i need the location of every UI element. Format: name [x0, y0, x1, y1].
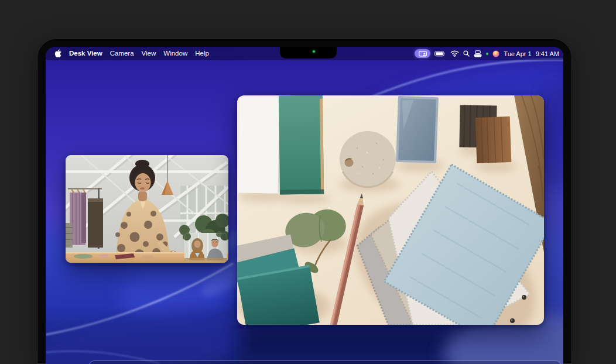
menu-bar-left: Desk View Camera View Window Help: [54, 47, 209, 60]
video-call-scene: [66, 155, 228, 263]
camera-notch: [280, 47, 337, 59]
spotlight-search-icon[interactable]: [463, 50, 470, 57]
macbook-display: Desk View Camera View Window Help: [37, 38, 572, 364]
background-window-edge[interactable]: [89, 360, 561, 364]
clock-time: 9:41 AM: [536, 50, 559, 57]
menu-bar-status: Tue Apr 1 9:41 AM: [415, 49, 559, 58]
menu-window[interactable]: Window: [163, 47, 187, 60]
blue-gray-tile: [396, 96, 439, 163]
apple-icon[interactable]: [54, 49, 61, 58]
desk-view-active-icon[interactable]: [415, 49, 430, 58]
teal-tile: [279, 95, 324, 195]
desk-view-window[interactable]: [237, 95, 544, 325]
participants-pip[interactable]: [183, 231, 228, 261]
desk-view-scene: [237, 95, 544, 325]
menu-app-desk-view[interactable]: Desk View: [69, 47, 102, 60]
felt-coaster: [340, 131, 396, 187]
video-call-window[interactable]: [66, 155, 228, 263]
camera-indicator-light: [313, 50, 315, 53]
battery-icon[interactable]: [434, 51, 446, 57]
desktop: Desk View Camera View Window Help: [46, 47, 563, 364]
menu-bar-clock[interactable]: Tue Apr 1 9:41 AM: [504, 50, 559, 57]
menu-help[interactable]: Help: [195, 47, 209, 60]
menu-view[interactable]: View: [142, 47, 156, 60]
brown-wood-sample: [475, 116, 512, 163]
white-tile: [238, 97, 282, 193]
siri-icon[interactable]: [492, 50, 499, 57]
menu-camera[interactable]: Camera: [110, 47, 134, 60]
wifi-icon[interactable]: [450, 50, 459, 57]
clock-date: Tue Apr 1: [504, 50, 531, 57]
screen-mirroring-icon[interactable]: [474, 50, 482, 57]
photo-background: Desk View Camera View Window Help: [0, 0, 616, 364]
camera-in-use-indicator: [486, 53, 488, 55]
